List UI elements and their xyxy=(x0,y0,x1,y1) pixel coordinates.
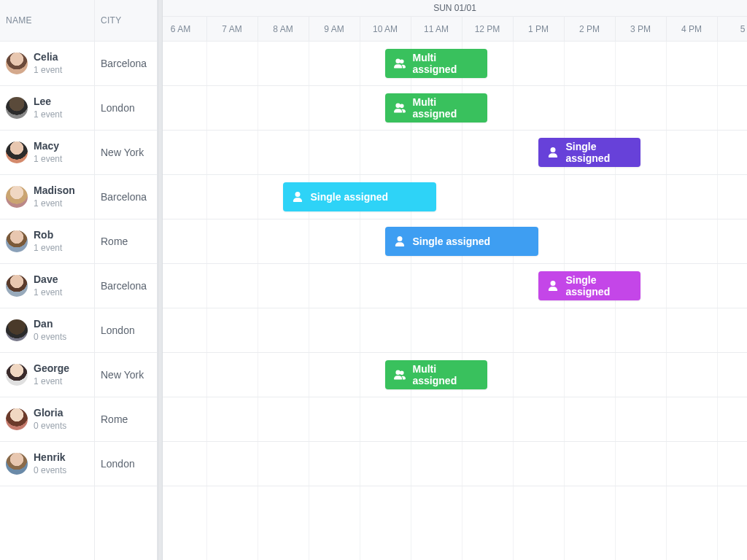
city-label: Rome xyxy=(101,413,128,425)
city-cell[interactable]: London xyxy=(95,86,157,131)
city-column-header[interactable]: CITY xyxy=(95,0,157,42)
timeline-row[interactable]: Multi assigned xyxy=(163,353,747,397)
hour-header[interactable]: 4 PM xyxy=(666,17,717,41)
event-label: Single assigned xyxy=(413,236,491,247)
resource-row[interactable]: Madison1 event xyxy=(0,175,94,219)
resource-event-count: 1 event xyxy=(34,287,62,298)
city-label: London xyxy=(101,102,135,114)
resource-row[interactable]: Dave1 event xyxy=(0,264,94,308)
timeline-row[interactable]: Single assigned xyxy=(163,175,747,219)
timeline-row[interactable]: Single assigned xyxy=(163,264,747,308)
hour-header[interactable]: 11 AM xyxy=(411,17,462,41)
hour-header[interactable]: 8 AM xyxy=(258,17,309,41)
resource-row[interactable]: Rob1 event xyxy=(0,219,94,264)
resource-info: Henrik0 events xyxy=(34,451,66,475)
user-icon xyxy=(547,147,559,158)
resource-name: Rob xyxy=(34,229,62,241)
user-icon xyxy=(292,192,303,202)
city-label: Rome xyxy=(101,236,128,247)
hour-header[interactable]: 5 xyxy=(717,17,748,41)
city-label: New York xyxy=(101,147,144,158)
city-label: London xyxy=(101,458,135,470)
city-label: London xyxy=(101,324,135,336)
timeline-hours-row: 6 AM7 AM8 AM9 AM10 AM11 AM12 PM1 PM2 PM3… xyxy=(163,17,747,41)
users-icon xyxy=(394,370,406,380)
hour-header[interactable]: 9 AM xyxy=(309,17,360,41)
resource-event-count: 0 events xyxy=(34,465,66,475)
city-cell[interactable]: Barcelona xyxy=(95,264,157,308)
timeline-date-header[interactable]: SUN 01/01 xyxy=(163,0,747,17)
resource-event-count: 1 event xyxy=(34,376,69,386)
city-label: New York xyxy=(101,369,144,381)
hour-header[interactable]: 6 AM xyxy=(163,17,206,41)
resource-row[interactable]: Gloria0 events xyxy=(0,397,94,442)
timeline-row[interactable] xyxy=(163,397,747,442)
city-column-body: BarcelonaLondonNew YorkBarcelonaRomeBarc… xyxy=(95,42,157,486)
resource-event-count: 1 event xyxy=(34,243,62,253)
event-single-assigned[interactable]: Single assigned xyxy=(538,138,640,167)
resource-name: George xyxy=(34,362,69,375)
city-cell[interactable]: Rome xyxy=(95,397,157,442)
event-multi-assigned[interactable]: Multi assigned xyxy=(385,49,487,78)
timeline-body[interactable]: Multi assignedMulti assignedSingle assig… xyxy=(163,42,747,560)
avatar xyxy=(6,275,28,297)
resource-name: Madison xyxy=(34,184,75,197)
timeline-row[interactable]: Multi assigned xyxy=(163,86,747,131)
resource-row[interactable]: Dan0 events xyxy=(0,308,94,353)
name-column-header[interactable]: NAME xyxy=(0,0,94,42)
hour-header[interactable]: 2 PM xyxy=(564,17,615,41)
resource-row[interactable]: Macy1 event xyxy=(0,131,94,175)
resource-row[interactable]: Lee1 event xyxy=(0,86,94,131)
users-icon xyxy=(394,103,406,113)
name-column-body: Celia1 eventLee1 eventMacy1 eventMadison… xyxy=(0,42,94,486)
avatar xyxy=(6,319,28,341)
timeline-panel: SUN 01/01 6 AM7 AM8 AM9 AM10 AM11 AM12 P… xyxy=(163,0,747,560)
locked-columns: NAME Celia1 eventLee1 eventMacy1 eventMa… xyxy=(0,0,158,560)
resource-event-count: 1 event xyxy=(34,109,62,120)
timeline-row[interactable]: Multi assigned xyxy=(163,42,747,86)
event-single-assigned[interactable]: Single assigned xyxy=(538,271,640,300)
resource-event-count: 0 events xyxy=(34,332,66,342)
event-multi-assigned[interactable]: Multi assigned xyxy=(385,360,487,389)
city-cell[interactable]: New York xyxy=(95,353,157,397)
city-cell[interactable]: Barcelona xyxy=(95,42,157,86)
event-label: Multi assigned xyxy=(413,363,479,386)
city-cell[interactable]: New York xyxy=(95,131,157,175)
name-column: NAME Celia1 eventLee1 eventMacy1 eventMa… xyxy=(0,0,95,560)
timeline-row[interactable] xyxy=(163,442,747,486)
avatar xyxy=(6,230,28,252)
timeline-row[interactable]: Single assigned xyxy=(163,219,747,264)
city-cell[interactable]: Rome xyxy=(95,219,157,264)
resource-info: George1 event xyxy=(34,362,69,386)
hour-header[interactable]: 7 AM xyxy=(206,17,258,41)
event-multi-assigned[interactable]: Multi assigned xyxy=(385,93,487,122)
city-cell[interactable]: Barcelona xyxy=(95,175,157,219)
avatar xyxy=(6,52,28,74)
event-label: Multi assigned xyxy=(413,96,479,120)
resource-row[interactable]: Henrik0 events xyxy=(0,442,94,486)
resource-info: Celia1 event xyxy=(34,51,62,75)
event-label: Multi assigned xyxy=(413,52,479,75)
column-splitter[interactable] xyxy=(158,0,163,560)
resource-info: Gloria0 events xyxy=(34,407,66,431)
hour-header[interactable]: 10 AM xyxy=(360,17,411,41)
scheduler-app: NAME Celia1 eventLee1 eventMacy1 eventMa… xyxy=(0,0,747,560)
resource-row[interactable]: Celia1 event xyxy=(0,42,94,86)
resource-name: Lee xyxy=(34,96,62,108)
resource-row[interactable]: George1 event xyxy=(0,353,94,397)
resource-info: Rob1 event xyxy=(34,229,62,253)
city-cell[interactable]: London xyxy=(95,308,157,353)
timeline-row[interactable] xyxy=(163,308,747,353)
event-single-assigned[interactable]: Single assigned xyxy=(385,227,538,256)
city-label: Barcelona xyxy=(101,280,147,292)
timeline-row[interactable]: Single assigned xyxy=(163,131,747,175)
resource-info: Macy1 event xyxy=(34,140,62,164)
hour-header[interactable]: 12 PM xyxy=(462,17,513,41)
resource-info: Lee1 event xyxy=(34,96,62,120)
hour-header[interactable]: 1 PM xyxy=(513,17,564,41)
event-single-assigned[interactable]: Single assigned xyxy=(283,182,436,211)
event-label: Single assigned xyxy=(566,274,632,298)
hour-header[interactable]: 3 PM xyxy=(615,17,666,41)
city-cell[interactable]: London xyxy=(95,442,157,486)
avatar xyxy=(6,453,28,475)
